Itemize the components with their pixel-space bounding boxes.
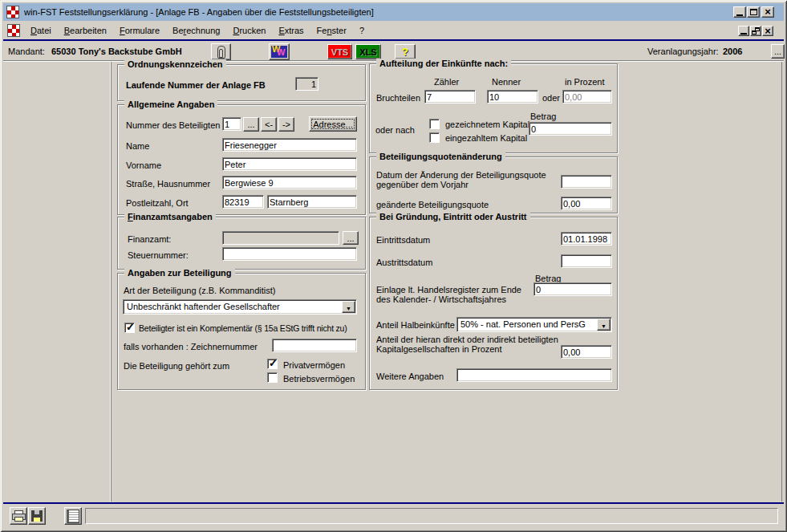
einlage-label: Einlage lt. Handelsregister zum Ende des… xyxy=(376,285,522,304)
gehoert-zum-label: Die Beteiligung gehört zum xyxy=(124,361,229,371)
quotenaenderung-datum-field[interactable] xyxy=(561,175,612,189)
prozent-header: in Prozent xyxy=(565,77,605,87)
menu-drucken[interactable]: Drucken xyxy=(226,26,272,35)
finanzamt-label: Finanzamt: xyxy=(128,234,171,244)
attachment-button[interactable] xyxy=(211,43,231,60)
maximize-icon xyxy=(750,9,757,15)
menu-extras[interactable]: Extras xyxy=(272,26,310,35)
eintrittsdatum-field[interactable] xyxy=(561,232,612,246)
betriebsvermoegen-checkbox[interactable] xyxy=(267,372,278,383)
print-button[interactable] xyxy=(10,507,27,525)
chevron-down-icon xyxy=(346,303,351,312)
vorname-label: Vorname xyxy=(126,160,161,170)
statusbar-separator xyxy=(3,502,784,504)
adresse-button[interactable]: Adresse... xyxy=(309,116,357,132)
weitere-angaben-field[interactable] xyxy=(456,368,612,382)
name-field[interactable] xyxy=(222,138,357,152)
close-button[interactable] xyxy=(761,6,774,18)
application-window: win-FST Feststellungserklärung - [Anlage… xyxy=(0,0,787,532)
vorname-field[interactable] xyxy=(222,157,357,171)
eingezahltes-kapital-checkbox[interactable] xyxy=(429,132,440,143)
halbeinkuenfte-dropdown[interactable]: 50% - nat. Personen und PersG xyxy=(456,317,612,332)
privatvermoegen-label: Privatvermögen xyxy=(283,360,345,370)
group-title: Ordnungskennzeichen xyxy=(124,59,226,69)
austrittsdatum-field[interactable] xyxy=(561,254,612,268)
menu-formulare[interactable]: Formulare xyxy=(113,26,166,35)
anteil-kapges-field[interactable] xyxy=(561,345,612,359)
minimize-icon xyxy=(740,33,747,35)
save-button[interactable] xyxy=(28,507,46,525)
zaehler-header: Zähler xyxy=(434,77,459,87)
nummer-browse-button[interactable]: ... xyxy=(243,117,259,132)
status-bar xyxy=(3,505,784,528)
bruchteilen-label: Bruchteilen xyxy=(376,93,420,103)
mdi-restore-button[interactable] xyxy=(750,26,761,36)
group-title: Allgemeine Angaben xyxy=(124,99,217,109)
komplementaer-checkbox[interactable] xyxy=(124,323,135,333)
gezeichnetes-kapital-checkbox[interactable] xyxy=(429,119,440,129)
menu-bearbeiten[interactable]: Bearbeiten xyxy=(58,26,113,35)
ort-field[interactable] xyxy=(267,195,357,209)
mdi-minimize-button[interactable] xyxy=(738,26,749,36)
finanzamt-field[interactable] xyxy=(222,231,339,245)
menu-fenster[interactable]: Fenster xyxy=(310,26,353,35)
laufende-nummer-label: Laufende Nummer der Anlage FB xyxy=(126,80,266,90)
floppy-disk-icon xyxy=(31,510,43,522)
nummer-beteiligten-field[interactable] xyxy=(222,117,241,131)
zaehler-field[interactable] xyxy=(424,90,476,104)
nenner-header: Nenner xyxy=(492,77,521,87)
maximize-button[interactable] xyxy=(747,6,760,18)
art-beteiligung-label: Art der Beteiligung (z.B. Kommanditist) xyxy=(124,286,276,295)
zeichnernummer-field[interactable] xyxy=(272,339,357,352)
anteil-kapges-label: Anteil der hieran direkt oder indirekt b… xyxy=(376,335,573,354)
ww-button[interactable] xyxy=(269,43,290,60)
workspace-right-edge xyxy=(781,62,782,502)
left-panel xyxy=(3,62,112,502)
help-button[interactable]: ? xyxy=(395,44,416,59)
dropdown-button[interactable] xyxy=(342,301,355,313)
name-label: Name xyxy=(126,141,149,151)
xls-button[interactable]: XLS xyxy=(355,44,381,59)
veranlagungsjahr-more-button[interactable]: ... xyxy=(771,44,785,59)
app-icon[interactable] xyxy=(6,6,19,18)
vts-button[interactable]: VTS xyxy=(327,44,352,59)
group-title: Bei Gründung, Eintritt oder Austritt xyxy=(376,212,530,221)
art-beteiligung-dropdown[interactable]: Unbeschränkt haftender Gesellschafter xyxy=(123,299,357,315)
nummer-prev-button[interactable]: <- xyxy=(261,117,277,132)
menu-datei[interactable]: Datei xyxy=(24,26,58,35)
notes-button[interactable] xyxy=(64,507,82,525)
einlage-field[interactable] xyxy=(533,282,612,296)
prozent-field[interactable] xyxy=(562,90,612,104)
geaenderte-quote-label: geänderte Beteiligungsquote xyxy=(376,200,489,209)
kapital-betrag-field[interactable] xyxy=(529,122,612,136)
minimize-button[interactable] xyxy=(733,6,746,18)
dropdown-button[interactable] xyxy=(597,319,611,331)
austrittsdatum-label: Austrittsdatum xyxy=(376,258,432,267)
zeichnernummer-label: falls vorhanden : Zeichnernummer xyxy=(124,342,258,351)
nenner-field[interactable] xyxy=(487,90,538,104)
group-angaben-zur-beteiligung: Angaben zur Beteiligung Art der Beteilig… xyxy=(117,273,366,390)
privatvermoegen-checkbox[interactable] xyxy=(267,359,278,369)
steuernummer-field[interactable] xyxy=(222,247,357,261)
group-title: Aufteilung der Einkünfte nach: xyxy=(376,59,511,68)
finanzamt-browse-button[interactable]: ... xyxy=(343,231,359,245)
mdi-close-button[interactable] xyxy=(762,26,773,36)
menu-help[interactable]: ? xyxy=(353,26,371,35)
menu-berechnung[interactable]: Berechnung xyxy=(166,26,226,35)
menu-bar: Datei Bearbeiten Formulare Berechnung Dr… xyxy=(3,22,784,39)
strasse-field[interactable] xyxy=(222,176,357,189)
document-icon[interactable] xyxy=(7,24,20,37)
halbeinkuenfte-label: Anteil Halbeinkünfte xyxy=(376,320,455,330)
geaenderte-quote-field[interactable] xyxy=(561,197,612,210)
dropdown-value: Unbeschränkt haftender Gesellschafter xyxy=(127,302,280,311)
status-field xyxy=(85,508,778,524)
group-title: Angaben zur Beteiligung xyxy=(124,268,235,278)
eintrittsdatum-label: Eintrittsdatum xyxy=(376,235,430,245)
nummer-next-button[interactable]: -> xyxy=(278,117,294,132)
plz-field[interactable] xyxy=(222,195,264,209)
strasse-label: Straße, Hausnummer xyxy=(126,179,210,189)
oder-bold: oder xyxy=(375,125,393,135)
eingezahltes-kapital-label: eingezahltem Kapital xyxy=(445,133,527,143)
laufende-nummer-field[interactable] xyxy=(295,77,318,91)
komplementaer-label: Beteiligter ist ein Komplementär (§ 15a … xyxy=(139,323,347,333)
